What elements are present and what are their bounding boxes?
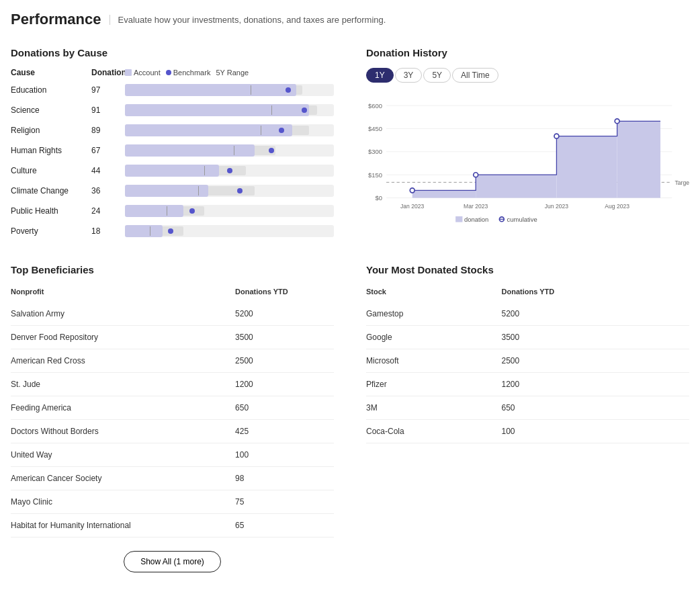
beneficiary-name: United Way <box>11 443 235 467</box>
donation-chart: $600 $450 $300 $150 $0 Target Donations:… <box>366 89 689 237</box>
benchmark-dot <box>227 168 232 173</box>
benchmark-dot <box>189 208 195 214</box>
beneficiary-name: Denver Food Repository <box>11 326 235 349</box>
top-beneficiaries-title: Top Beneficiaries <box>11 264 334 275</box>
stock-amount: 5200 <box>502 302 689 326</box>
cause-table: Cause Donation Account Benchmark 5Y Rang… <box>11 68 334 240</box>
beneficiary-name: St. Jude <box>11 373 235 396</box>
bar-account <box>125 225 163 237</box>
svg-rect-14 <box>556 136 617 198</box>
beneficiary-row: Mayo Clinic75 <box>11 490 334 514</box>
bottom-grid: Top Beneficiaries Nonprofit Donations YT… <box>11 264 689 572</box>
benchmark-dot <box>237 188 243 193</box>
cause-value: 91 <box>91 105 125 115</box>
benchmark-dot <box>279 128 284 133</box>
svg-text:Target Donations: $100: Target Donations: $100 <box>675 179 689 186</box>
beneficiary-amount: 75 <box>235 490 334 514</box>
beneficiary-row: American Cancer Society98 <box>11 467 334 490</box>
beneficiary-row: Habitat for Humanity International65 <box>11 514 334 537</box>
cause-name: Religion <box>11 126 91 135</box>
beneficiary-row: American Red Cross2500 <box>11 349 334 373</box>
svg-point-19 <box>615 119 619 124</box>
tab-5y[interactable]: 5Y <box>423 68 451 83</box>
cause-value: 24 <box>91 206 125 216</box>
nonprofit-col-header: Nonprofit <box>11 285 235 302</box>
svg-text:$300: $300 <box>368 148 382 155</box>
page-header: Performance Evaluate how your investment… <box>11 11 689 28</box>
svg-text:Aug 2023: Aug 2023 <box>605 203 629 210</box>
most-donated-stocks-section: Your Most Donated Stocks Stock Donations… <box>366 264 689 572</box>
tab-3y[interactable]: 3Y <box>395 68 423 83</box>
stock-row: Microsoft2500 <box>366 349 689 373</box>
cause-value: 67 <box>91 146 125 155</box>
beneficiary-row: Feeding America650 <box>11 396 334 420</box>
stock-name: 3M <box>366 396 502 420</box>
cause-table-header: Cause Donation Account Benchmark 5Y Rang… <box>11 68 334 77</box>
svg-point-18 <box>554 134 559 138</box>
tab-1y[interactable]: 1Y <box>366 68 394 83</box>
svg-text:$150: $150 <box>368 171 382 179</box>
cause-bar-container <box>125 84 334 96</box>
beneficiary-amount: 98 <box>235 467 334 490</box>
bar-range-line <box>204 166 205 175</box>
cause-name: Climate Change <box>11 186 91 196</box>
cause-bar-container <box>125 205 334 217</box>
benchmark-dot <box>168 228 173 234</box>
svg-point-17 <box>474 173 478 177</box>
account-legend: Account <box>125 69 161 77</box>
cause-name: Culture <box>11 166 91 175</box>
most-donated-stocks-title: Your Most Donated Stocks <box>366 264 689 275</box>
beneficiary-amount: 650 <box>235 396 334 420</box>
col-cause-header: Cause <box>11 68 91 77</box>
cause-row: Education97 <box>11 81 334 99</box>
stock-amount: 2500 <box>502 349 689 373</box>
stock-col-header: Stock <box>366 285 502 302</box>
beneficiary-amount: 3500 <box>235 326 334 349</box>
svg-text:$0: $0 <box>376 194 383 202</box>
bar-account <box>125 104 309 116</box>
tab-all-time[interactable]: All Time <box>452 68 498 83</box>
cause-value: 36 <box>91 186 125 196</box>
svg-point-16 <box>410 188 414 193</box>
donations-ytd-col-header: Donations YTD <box>235 285 334 302</box>
beneficiary-name: Mayo Clinic <box>11 490 235 514</box>
account-legend-swatch <box>125 69 132 76</box>
donation-history-section: Donation History 1Y3Y5YAll Time $600 $45… <box>366 47 689 243</box>
cause-bar-container <box>125 124 334 136</box>
donation-history-title: Donation History <box>366 47 689 58</box>
stock-name: Google <box>366 326 502 349</box>
cause-name: Science <box>11 105 91 115</box>
stock-name: Coca-Cola <box>366 420 502 443</box>
stock-name: Pfizer <box>366 373 502 396</box>
show-all-button[interactable]: Show All (1 more) <box>124 551 221 572</box>
cause-row: Climate Change36 <box>11 182 334 200</box>
cause-name: Public Health <box>11 206 91 216</box>
beneficiary-name: Feeding America <box>11 396 235 420</box>
bar-range-line <box>261 126 261 135</box>
svg-text:cumulative: cumulative <box>507 216 537 223</box>
cause-bar-container <box>125 104 334 116</box>
cause-value: 44 <box>91 166 125 175</box>
donations-by-cause-section: Donations by Cause Cause Donation Accoun… <box>11 47 334 243</box>
stock-row: Google3500 <box>366 326 689 349</box>
cause-row: Public Health24 <box>11 202 334 220</box>
beneficiary-row: United Way100 <box>11 443 334 467</box>
svg-rect-12 <box>412 190 476 198</box>
stock-name: Microsoft <box>366 349 502 373</box>
bar-account <box>125 205 183 217</box>
bar-account <box>125 185 208 197</box>
benchmark-dot <box>286 87 291 93</box>
bar-range-line <box>234 146 234 155</box>
beneficiary-name: American Red Cross <box>11 349 235 373</box>
svg-text:Mar 2023: Mar 2023 <box>464 203 488 210</box>
cause-value: 89 <box>91 126 125 135</box>
cause-value: 18 <box>91 226 125 236</box>
page-title: Performance <box>11 11 101 28</box>
beneficiary-amount: 1200 <box>235 373 334 396</box>
cause-row: Religion89 <box>11 122 334 139</box>
cause-name: Education <box>11 85 91 95</box>
beneficiary-amount: 425 <box>235 420 334 443</box>
beneficiaries-table: Nonprofit Donations YTD Salvation Army52… <box>11 285 334 537</box>
svg-rect-15 <box>617 121 660 198</box>
col-donation-header: Donation <box>91 68 125 77</box>
